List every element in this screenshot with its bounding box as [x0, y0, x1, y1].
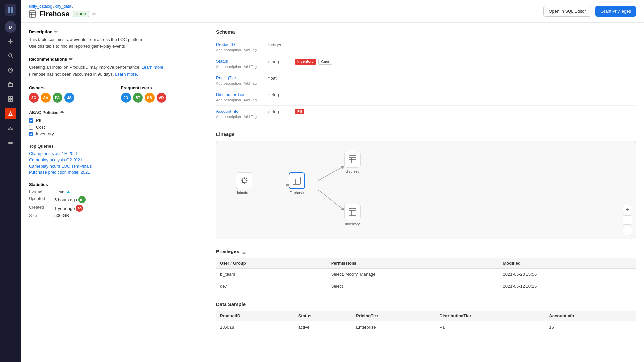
abac-inventory-checkbox[interactable] — [29, 132, 33, 136]
priv-modified-dev: 2021-05-12 10:25 — [499, 280, 636, 292]
owner-avatar-AA[interactable]: AA — [41, 93, 51, 103]
sample-col-productid: ProductID — [216, 311, 294, 321]
statistics-title: Statistics — [29, 182, 200, 187]
edit-title-icon[interactable]: ✏ — [92, 11, 96, 17]
grant-privileges-button[interactable]: Grant Privileges — [595, 6, 636, 17]
query-link-4[interactable]: Purchase prediction model 2021 — [29, 170, 200, 175]
priv-permissions-dev: Select — [327, 280, 499, 292]
svg-line-15 — [318, 166, 344, 181]
lineage-zoom-in-button[interactable]: + — [623, 205, 632, 214]
lineage-node-inventory[interactable]: inventory — [344, 204, 361, 226]
query-link-3[interactable]: Gameplay hours LOC semi-finals — [29, 164, 200, 169]
field-name-accountinfo[interactable]: AccountInfo — [216, 109, 268, 114]
main-content: unity_catalog / city_data / Firehose GDP… — [21, 0, 644, 362]
user-avatar-JD[interactable]: JD — [121, 93, 131, 103]
owner-avatar-SO[interactable]: SO — [29, 93, 39, 103]
tag-inventory[interactable]: Inventory — [295, 59, 316, 65]
user-avatar-AD[interactable]: AD — [157, 93, 166, 103]
owner-avatar-JS[interactable]: JS — [64, 93, 74, 103]
schema-title: Schema — [216, 29, 636, 35]
svg-rect-13 — [29, 11, 36, 17]
learn-more-link-2[interactable]: Learn more. — [115, 72, 138, 77]
lineage-zoom-out-button[interactable]: − — [623, 215, 632, 225]
abac-inventory-label: Inventory — [36, 131, 54, 136]
abac-cost-checkbox[interactable] — [29, 125, 33, 130]
edit-recommendations-icon[interactable]: ✏ — [69, 56, 73, 62]
search-icon[interactable] — [5, 50, 16, 62]
priv-row-bi-team: bi_team Select, Modify, Manage 2021-05-2… — [216, 269, 636, 280]
query-link-2[interactable]: Gameplay analysis Q2 2021 — [29, 157, 200, 162]
statistics-section: Statistics Format Delta ▲ Updated 5 hour… — [29, 182, 200, 218]
add-tag-pricingtier[interactable]: Add Tag — [244, 81, 257, 85]
edit-privileges-icon[interactable]: ✏ — [242, 251, 246, 256]
stat-updated-value: 5 hours ago BT — [54, 196, 86, 203]
field-name-status[interactable]: Status — [216, 59, 268, 64]
lineage-node-firehose[interactable]: Firehose — [289, 172, 305, 195]
description-section: Description ✏ This table contains raw ev… — [29, 29, 200, 49]
learn-more-link-1[interactable]: Learn more. — [141, 65, 164, 70]
add-desc-accountinfo[interactable]: Add description — [216, 115, 241, 119]
sample-col-accountinfo: AccountInfo — [545, 311, 636, 321]
tag-pii[interactable]: PII — [295, 109, 304, 114]
recommendations-section: Recommendations ✏ Creating an index on P… — [29, 56, 200, 78]
add-tag-productid[interactable]: Add Tag — [244, 48, 257, 52]
svg-point-4 — [9, 54, 12, 57]
query-link-1[interactable]: Champions stats 1H 2021 — [29, 151, 200, 156]
recommendations-title: Recommendations ✏ — [29, 56, 200, 62]
add-desc-productid[interactable]: Add description — [216, 48, 241, 52]
field-name-pricingtier[interactable]: PricingTier — [216, 75, 268, 80]
user-avatar-BT[interactable]: BT — [133, 93, 143, 103]
edit-abac-icon[interactable]: ✏ — [60, 110, 64, 115]
owner-avatar-PA[interactable]: PA — [53, 93, 62, 103]
svg-rect-6 — [8, 97, 10, 99]
breadcrumb-schema[interactable]: city_data — [55, 4, 71, 9]
folder-icon[interactable] — [5, 79, 16, 90]
owners-avatars: SO AA PA JS — [29, 93, 108, 103]
user-avatar-SB[interactable]: SB — [145, 93, 155, 103]
lineage-node-inbndcall[interactable]: inbndcall — [236, 172, 252, 195]
field-name-productid[interactable]: ProductID — [216, 42, 268, 47]
stat-updated-row: Updated 5 hours ago BT — [29, 196, 200, 203]
clock-icon[interactable] — [5, 64, 16, 76]
sidebar: D — [0, 0, 21, 362]
svg-rect-8 — [8, 99, 10, 101]
tag-cost[interactable]: Cost — [318, 59, 332, 65]
recommendation-2: Firehose has not been vaccumed in 90 day… — [29, 71, 200, 78]
right-panel: Schema ProductID Add description Add Tag… — [208, 23, 644, 362]
sample-col-pricingtier: PricingTier — [352, 311, 436, 321]
priv-row-dev: dev Select 2021-05-12 10:25 — [216, 280, 636, 292]
add-tag-accountinfo[interactable]: Add Tag — [244, 115, 257, 119]
privileges-title: Privileges — [216, 249, 239, 254]
svg-rect-20 — [349, 208, 356, 215]
sample-distributiontier-1: P1 — [436, 321, 545, 333]
inbndcall-icon — [236, 172, 252, 189]
field-name-distributiontier[interactable]: DistributionTier — [216, 92, 268, 97]
abac-pii-checkbox[interactable] — [29, 118, 33, 123]
lineage-node-disp-rec[interactable]: disp_rec — [344, 151, 361, 173]
graph-icon[interactable] — [5, 122, 16, 134]
svg-point-10 — [10, 126, 11, 127]
add-desc-distributiontier[interactable]: Add description — [216, 98, 241, 102]
tag-icon[interactable] — [5, 93, 16, 105]
add-desc-status[interactable]: Add description — [216, 65, 241, 69]
list-icon[interactable] — [5, 136, 16, 148]
disp-rec-label: disp_rec — [346, 170, 359, 173]
priv-col-permissions: Permissions — [327, 258, 499, 269]
add-desc-pricingtier[interactable]: Add description — [216, 81, 241, 85]
user-avatar-icon[interactable]: D — [5, 21, 16, 33]
svg-rect-19 — [349, 156, 356, 163]
edit-description-icon[interactable]: ✏ — [54, 29, 58, 34]
alert-icon[interactable] — [5, 108, 16, 119]
breadcrumb-catalog[interactable]: unity_catalog — [29, 4, 52, 9]
add-tag-distributiontier[interactable]: Add Tag — [244, 98, 257, 102]
add-tag-status[interactable]: Add Tag — [244, 65, 257, 69]
title-row: Firehose GDPR ✏ — [29, 10, 96, 18]
stat-size-value: 500 GB — [54, 213, 69, 218]
open-sql-editor-button[interactable]: Open in SQL Editor — [543, 6, 591, 17]
privileges-header-row: User / Group Permissions Modified — [216, 258, 636, 269]
add-icon[interactable] — [5, 35, 16, 47]
sample-productid-1: 135018 — [216, 321, 294, 333]
stat-size-row: Size 500 GB — [29, 213, 200, 218]
priv-col-user-group: User / Group — [216, 258, 327, 269]
lineage-fullscreen-button[interactable]: ⛶ — [623, 226, 632, 235]
